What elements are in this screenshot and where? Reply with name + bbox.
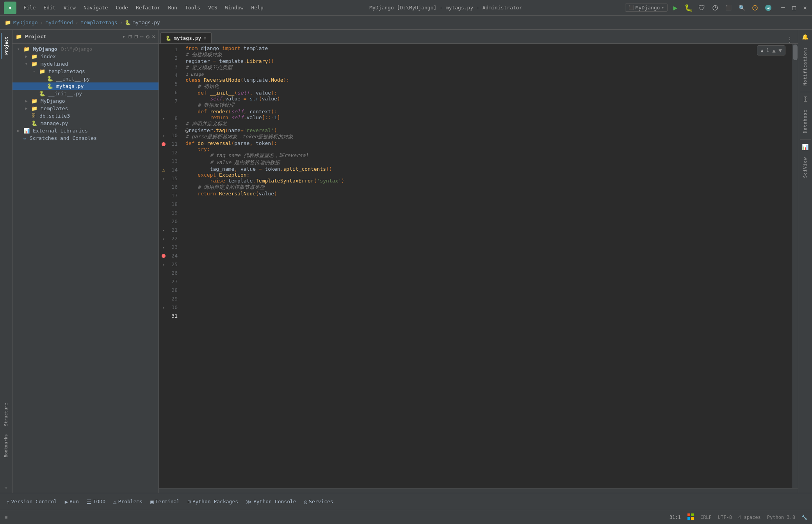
- find-down-btn[interactable]: ▼: [779, 47, 782, 54]
- find-up-btn[interactable]: ▲: [772, 47, 775, 54]
- jetbrains-account[interactable]: ◀: [763, 2, 774, 13]
- run-button[interactable]: ▶: [670, 2, 681, 13]
- minimize-button[interactable]: ─: [780, 5, 786, 11]
- encoding[interactable]: UTF-8: [718, 515, 732, 520]
- vertical-scrollbar[interactable]: [792, 44, 798, 488]
- project-tab[interactable]: Project: [1, 33, 11, 59]
- maximize-button[interactable]: □: [791, 5, 797, 11]
- code-content[interactable]: from django import template # 创建模板对象 reg…: [181, 44, 792, 488]
- run-panel-btn[interactable]: ▶ Run: [62, 497, 82, 506]
- tree-item-index[interactable]: ▶ 📁 index: [12, 53, 158, 60]
- tree-item-templatetags[interactable]: ▾ 📁 templatetags: [12, 68, 158, 75]
- app-logo: ♦: [4, 2, 16, 14]
- close-button[interactable]: ✕: [802, 5, 808, 11]
- tree-item-mydjango-sub[interactable]: ▶ 📁 MyDjango: [12, 97, 158, 105]
- menu-help[interactable]: Help: [248, 3, 267, 12]
- problems-btn[interactable]: ⚠ Problems: [110, 497, 146, 506]
- bookmarks-tab[interactable]: Bookmarks: [1, 430, 11, 461]
- structure-tab[interactable]: Structure: [1, 399, 11, 430]
- sidebar-expand-btn[interactable]: ↔: [2, 483, 10, 491]
- breakpoint-11[interactable]: [162, 142, 166, 146]
- editor-layout-btn[interactable]: ⊞: [5, 515, 7, 520]
- line-ending[interactable]: CRLF: [700, 515, 712, 520]
- update-button[interactable]: ↑: [750, 2, 760, 13]
- search-everywhere-button[interactable]: 🔍: [736, 2, 747, 13]
- project-close-btn[interactable]: ×: [152, 33, 155, 40]
- svg-rect-10: [691, 513, 694, 516]
- database-label[interactable]: Database: [801, 105, 809, 138]
- python-console-icon: ≫: [246, 499, 252, 505]
- run-config-selector[interactable]: ⬛ MyDjango ▾: [625, 4, 668, 12]
- menu-file[interactable]: File: [20, 3, 39, 12]
- menu-tools[interactable]: Tools: [182, 3, 203, 12]
- stop-button[interactable]: ⬛: [723, 2, 734, 13]
- breakpoint-24[interactable]: [162, 254, 166, 258]
- indent[interactable]: 4 spaces: [738, 515, 761, 520]
- services-btn[interactable]: ◎ Services: [301, 497, 337, 506]
- todo-btn[interactable]: ☰ TODO: [84, 497, 109, 506]
- terminal-icon: ▣: [150, 499, 153, 505]
- menu-window[interactable]: Window: [222, 3, 247, 12]
- version-control-icon: ↑: [6, 499, 9, 505]
- menu-edit[interactable]: Edit: [40, 3, 59, 12]
- tree-item-mydjango-root[interactable]: ▾ 📁 MyDjango D:\MyDjango: [12, 45, 158, 53]
- svg-rect-11: [687, 517, 690, 520]
- bc-mydefined[interactable]: mydefined: [45, 20, 73, 25]
- editor-area: 🐍 mytags.py × ⋮ ▾ ▾: [159, 30, 798, 493]
- project-tree: ▾ 📁 MyDjango D:\MyDjango ▶ 📁 index ▾ 📁 m…: [12, 44, 158, 493]
- bc-mydjango[interactable]: MyDjango: [13, 20, 38, 25]
- warning-status[interactable]: 🔧: [801, 515, 807, 520]
- win-icon[interactable]: [687, 513, 694, 521]
- tree-item-init2[interactable]: ▶ 🐍 __init__.py: [12, 90, 158, 97]
- status-bar: ⊞ 31:1 CRLF UTF-8 4 spaces Python 3.8 🔧: [0, 510, 812, 524]
- tab-mytags[interactable]: 🐍 mytags.py ×: [160, 32, 212, 43]
- project-dots-btn[interactable]: ⋯: [140, 33, 144, 40]
- tab-close-btn[interactable]: ×: [203, 36, 206, 41]
- project-settings-btn[interactable]: ⚙: [146, 33, 150, 40]
- tree-item-mydefined[interactable]: ▾ 📁 mydefined: [12, 60, 158, 68]
- tree-item-templates[interactable]: ▶ 📁 templates: [12, 105, 158, 112]
- code-editor: ▾ ▾ ⚠ ▾ ▾ ▾ ▾ ▾: [159, 44, 798, 488]
- cursor-position[interactable]: 31:1: [670, 515, 681, 520]
- version-control-btn[interactable]: ↑ Version Control: [3, 497, 60, 506]
- horizontal-scrollbar[interactable]: [159, 488, 798, 493]
- project-icon[interactable]: 📁: [5, 20, 11, 25]
- scrollbar-thumb[interactable]: [793, 45, 798, 60]
- tree-item-manage[interactable]: ▶ 🐍 manage.py: [12, 120, 158, 127]
- profiler-button[interactable]: [710, 2, 721, 13]
- gutter-area: ▾ ▾ ⚠ ▾ ▾ ▾ ▾ ▾: [159, 44, 168, 488]
- tree-item-init1[interactable]: ▶ 🐍 __init__.py: [12, 75, 158, 82]
- menu-run[interactable]: Run: [165, 3, 180, 12]
- database-icon-btn[interactable]: 🗄: [800, 94, 811, 105]
- sciview-icon-btn[interactable]: 📊: [800, 141, 811, 152]
- project-panel-header: 📁 Project ▾ ⊞ ⊟ ⋯ ⚙ ×: [12, 30, 158, 44]
- main-content: Project Structure Bookmarks ↔ 📁 Project …: [0, 30, 812, 493]
- language[interactable]: Python 3.8: [767, 515, 795, 520]
- tree-item-mytags[interactable]: ▶ 🐍 mytags.py: [12, 82, 158, 90]
- debug-button[interactable]: 🐛: [683, 2, 694, 13]
- left-sidebar-tabs: Project Structure Bookmarks ↔: [0, 30, 12, 493]
- menu-vcs[interactable]: VCS: [205, 3, 220, 12]
- project-collapse-btn[interactable]: ⊟: [134, 33, 138, 40]
- editor-menu-btn[interactable]: ⋮: [786, 35, 793, 43]
- bc-templatetags[interactable]: templatetags: [81, 20, 118, 25]
- terminal-btn[interactable]: ▣ Terminal: [147, 497, 183, 506]
- python-console-btn[interactable]: ≫ Python Console: [243, 497, 299, 506]
- menu-view[interactable]: View: [61, 3, 79, 12]
- python-packages-btn[interactable]: ⊞ Python Packages: [184, 497, 241, 506]
- svg-text:◀: ◀: [767, 6, 769, 10]
- project-new-folder-btn[interactable]: ⊞: [128, 33, 132, 40]
- menu-refactor[interactable]: Refactor: [133, 3, 164, 12]
- wrench-icon: 🔧: [801, 515, 807, 520]
- sciview-label[interactable]: SciView: [801, 152, 809, 182]
- menu-code[interactable]: Code: [113, 3, 131, 12]
- menu-navigate[interactable]: Navigate: [80, 3, 111, 12]
- line-numbers: 1 2 3 4 5 6 7 . 8 9 10 11 12 13 14 15 16…: [168, 44, 181, 488]
- tree-item-db[interactable]: ▶ 🗄 db.sqlite3: [12, 112, 158, 120]
- project-dropdown-icon[interactable]: ▾: [122, 34, 125, 39]
- coverage-button[interactable]: 🛡: [696, 2, 707, 13]
- notifications-bell-btn[interactable]: 🔔: [800, 31, 811, 42]
- notifications-label[interactable]: Notifications: [801, 42, 809, 90]
- tree-item-scratches[interactable]: ▶ ✏ Scratches and Consoles: [12, 134, 158, 142]
- tree-item-extlibs[interactable]: ▶ 📊 External Libraries: [12, 127, 158, 134]
